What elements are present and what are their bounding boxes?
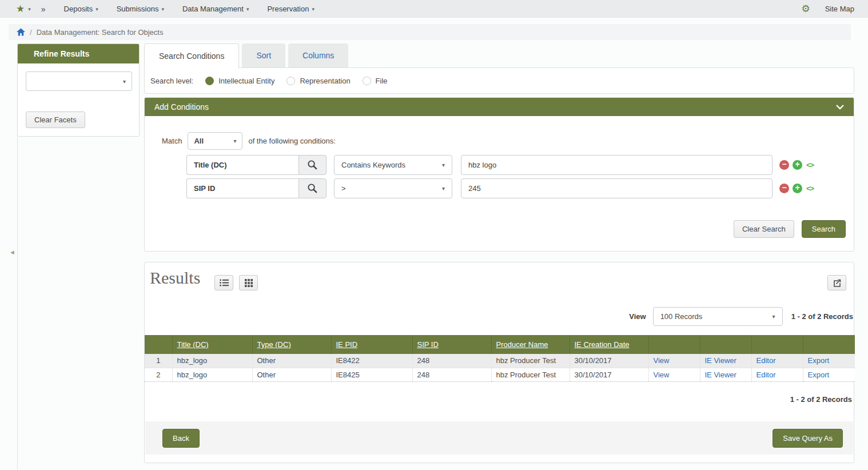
condition-field-input[interactable] [186, 178, 298, 198]
chevron-down-icon: ▾ [246, 6, 249, 12]
tab-search-conditions[interactable]: Search Conditions [144, 43, 239, 68]
clear-search-button[interactable]: Clear Search [734, 220, 794, 238]
col-view [648, 335, 700, 354]
condition-value-input[interactable] [461, 155, 773, 175]
list-view-button[interactable] [214, 275, 233, 290]
cell-number: 1 [145, 354, 172, 368]
menu-preservation[interactable]: Preservation ▾ [267, 5, 314, 13]
facet-select[interactable]: ▾ [26, 71, 132, 91]
chevron-down-icon: ▾ [442, 185, 445, 192]
sort-title-link[interactable]: Title (DC) [177, 340, 209, 349]
chevron-down-icon: ▾ [161, 6, 164, 12]
records-per-page-value: 100 Records [660, 312, 773, 321]
results-title: Results [150, 268, 200, 288]
save-query-as-button[interactable]: Save Query As [773, 429, 843, 448]
chevron-down-icon: ▾ [95, 6, 98, 12]
favorites-star-icon[interactable]: ★ [16, 3, 25, 15]
cell-ie-viewer: IE Viewer [700, 354, 751, 368]
add-condition-icon[interactable]: + [793, 160, 802, 170]
grid-view-button[interactable] [239, 275, 258, 290]
cell-view: View [648, 368, 700, 381]
remove-condition-icon[interactable]: − [779, 160, 789, 170]
menu-submissions-label: Submissions [117, 5, 159, 13]
results-footer: Back Save Query As [145, 421, 853, 455]
chevron-down-icon: ▾ [123, 78, 126, 85]
condition-value-input[interactable] [461, 178, 773, 198]
col-number [145, 335, 172, 354]
radio-file[interactable]: File [363, 77, 388, 85]
code-condition-icon[interactable]: <> [806, 161, 814, 169]
chevron-down-icon: ▾ [312, 6, 314, 12]
cell-producer: hbz Producer Test [491, 354, 570, 368]
col-producer-name: Producer Name [491, 335, 570, 354]
col-ie-pid: IE PID [331, 335, 412, 354]
radio-unselected-icon [363, 77, 371, 85]
radio-intellectual-entity[interactable]: Intellectual Entity [205, 77, 274, 85]
add-conditions-header[interactable]: Add Conditions [145, 98, 854, 116]
condition-operator-select[interactable]: Contains Keywords ▾ [334, 155, 452, 175]
home-icon[interactable] [17, 28, 25, 36]
search-icon [307, 183, 318, 194]
back-button[interactable]: Back [162, 429, 200, 448]
table-header-row: Title (DC) Type (DC) IE PID SIP ID Produ… [145, 335, 855, 354]
condition-row: > ▾ − + <> [186, 178, 814, 198]
site-map-link[interactable]: Site Map [825, 5, 854, 13]
search-icon [307, 160, 318, 170]
radio-unselected-icon [286, 77, 295, 85]
col-editor [751, 335, 803, 354]
col-export [803, 335, 855, 354]
cell-type: Other [252, 354, 331, 368]
field-lookup-button[interactable] [298, 178, 327, 198]
records-per-page-select[interactable]: 100 Records ▾ [653, 307, 783, 326]
search-button[interactable]: Search [802, 220, 846, 238]
col-sip-id: SIP ID [412, 335, 491, 354]
gear-icon[interactable]: ⚙ [801, 3, 810, 15]
menu-submissions[interactable]: Submissions ▾ [117, 5, 164, 13]
sort-ie-pid-link[interactable]: IE PID [336, 340, 358, 349]
cell-editor: Editor [751, 368, 803, 381]
condition-field-input[interactable] [186, 155, 298, 175]
ie-viewer-link[interactable]: IE Viewer [705, 371, 736, 379]
field-lookup-button[interactable] [298, 155, 327, 175]
tab-columns[interactable]: Columns [288, 43, 348, 67]
view-link[interactable]: View [654, 356, 670, 365]
cell-ie-viewer: IE Viewer [700, 368, 751, 381]
menu-data-management[interactable]: Data Management ▾ [182, 5, 249, 13]
condition-row: Contains Keywords ▾ − + <> [186, 155, 814, 175]
expand-menu-icon[interactable]: » [41, 5, 46, 14]
favorites-caret-icon[interactable]: ▾ [28, 6, 31, 12]
radio-representation-label: Representation [300, 77, 350, 85]
cell-export: Export [803, 354, 855, 368]
sort-sip-id-link[interactable]: SIP ID [417, 340, 439, 349]
editor-link[interactable]: Editor [756, 371, 776, 379]
add-condition-icon[interactable]: + [793, 184, 802, 193]
table-row: 1 hbz_logo Other IE8422 248 hbz Producer… [145, 354, 855, 368]
radio-representation[interactable]: Representation [286, 77, 350, 85]
chevron-down-icon[interactable] [836, 105, 844, 110]
chevron-down-icon: ▾ [442, 162, 445, 168]
export-link[interactable]: Export [808, 371, 830, 379]
export-link[interactable]: Export [808, 356, 830, 365]
ie-viewer-link[interactable]: IE Viewer [705, 356, 736, 365]
tab-sort[interactable]: Sort [242, 43, 285, 67]
collapse-sidebar-icon[interactable]: ◄ [9, 249, 15, 256]
cell-view: View [648, 354, 700, 368]
match-row: Match All ▾ of the following conditions: [162, 132, 336, 150]
search-level-bar: Search level: Intellectual Entity Repres… [144, 67, 854, 94]
cell-type: Other [252, 368, 331, 381]
view-link[interactable]: View [654, 371, 670, 379]
condition-operator-select[interactable]: > ▾ [334, 178, 452, 198]
menu-data-management-label: Data Management [182, 5, 244, 13]
breadcrumb-separator: / [30, 28, 32, 37]
export-results-button[interactable] [827, 275, 846, 290]
menu-deposits[interactable]: Deposits ▾ [64, 5, 98, 13]
cell-title: hbz_logo [172, 354, 252, 368]
clear-facets-button[interactable]: Clear Facets [26, 111, 85, 128]
code-condition-icon[interactable]: <> [806, 184, 814, 193]
sort-producer-link[interactable]: Producer Name [496, 340, 548, 349]
match-select[interactable]: All ▾ [188, 132, 242, 150]
editor-link[interactable]: Editor [756, 356, 776, 365]
sort-type-link[interactable]: Type (DC) [257, 340, 291, 349]
sort-creation-date-link[interactable]: IE Creation Date [575, 340, 630, 349]
remove-condition-icon[interactable]: − [779, 184, 789, 193]
